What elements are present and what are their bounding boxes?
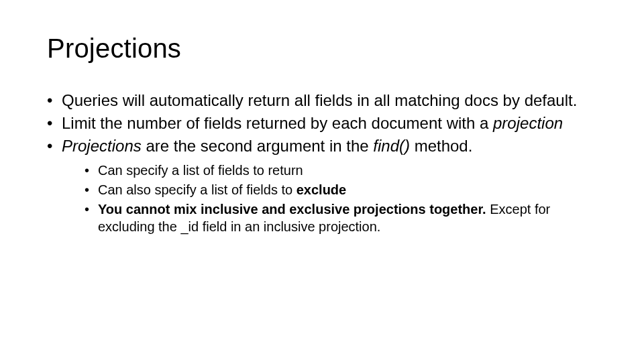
- bullet-3-em2: find(): [373, 137, 410, 155]
- sub-bullet-1-text: Can specify a list of fields to return: [98, 163, 303, 178]
- bullet-1-text: Queries will automatically return all fi…: [62, 91, 577, 109]
- slide: Projections Queries will automatically r…: [0, 0, 644, 362]
- bullet-3-text1: are the second argument in the: [142, 137, 374, 155]
- sub-bullet-2-bold: exclude: [297, 182, 346, 197]
- bullet-3-text2: method.: [410, 137, 472, 155]
- sub-bullet-3-bold: You cannot mix inclusive and exclusive p…: [98, 202, 486, 217]
- main-bullets: Queries will automatically return all fi…: [47, 90, 597, 235]
- sub-bullet-2: Can also specify a list of fields to exc…: [85, 181, 597, 198]
- bullet-3: Projections are the second argument in t…: [47, 136, 597, 235]
- sub-bullet-3: You cannot mix inclusive and exclusive p…: [85, 200, 597, 235]
- bullet-3-em1: Projections: [62, 137, 142, 155]
- slide-title: Projections: [47, 34, 597, 64]
- bullet-1: Queries will automatically return all fi…: [47, 90, 597, 111]
- sub-bullet-2-text: Can also specify a list of fields to: [98, 182, 297, 197]
- bullet-2-text: Limit the number of fields returned by e…: [62, 114, 493, 132]
- sub-bullets: Can specify a list of fields to return C…: [62, 162, 597, 235]
- sub-bullet-1: Can specify a list of fields to return: [85, 162, 597, 179]
- bullet-2-em: projection: [493, 114, 563, 132]
- bullet-2: Limit the number of fields returned by e…: [47, 113, 597, 133]
